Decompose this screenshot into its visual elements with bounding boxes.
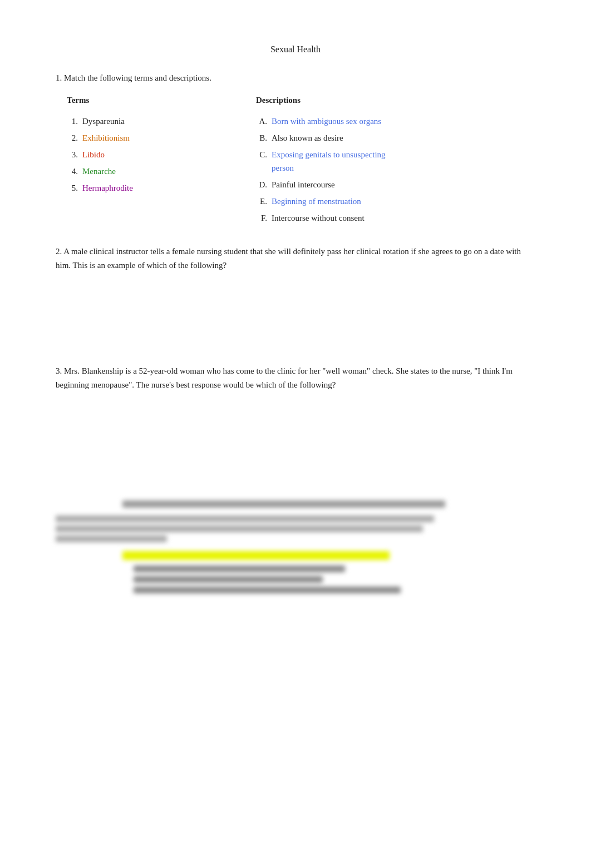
match-container: Terms 1. Dyspareunia 2. Exhibitionism 3.… [56,93,535,228]
descriptions-list: A. Born with ambiguous sex organs B. Als… [256,115,535,225]
list-item: E. Beginning of menstruation [256,195,535,208]
terms-list: 1. Dyspareunia 2. Exhibitionism 3. Libid… [67,115,245,195]
question-3-text: 3. Mrs. Blankenship is a 52-year-old wom… [56,364,535,393]
list-item: 2. Exhibitionism [67,131,245,145]
list-item: 4. Menarche [67,165,245,178]
list-item: D. Painful intercourse [256,178,535,191]
answer-space-3 [56,400,535,484]
terms-header: Terms [67,93,245,107]
term-num: 4. [67,165,78,178]
desc-b: Also known as desire [272,131,343,145]
question-2-text: 2. A male clinical instructor tells a fe… [56,245,535,273]
desc-letter: F. [256,211,267,225]
term-libido: Libido [82,148,105,161]
list-item: 1. Dyspareunia [67,115,245,128]
term-hermaphrodite: Hermaphrodite [82,181,133,195]
list-item: 3. Libido [67,148,245,161]
desc-d: Painful intercourse [272,178,335,191]
list-item: 5. Hermaphrodite [67,181,245,195]
desc-e: Beginning of menstruation [272,195,361,208]
term-exhibitionism: Exhibitionism [82,131,130,145]
desc-f: Intercourse without consent [272,211,365,225]
list-item: A. Born with ambiguous sex organs [256,115,535,128]
term-dyspareunia: Dyspareunia [82,115,125,128]
term-num: 1. [67,115,78,128]
list-item: F. Intercourse without consent [256,211,535,225]
blurred-content [56,500,535,593]
highlighted-answer [122,551,390,560]
descriptions-column: Descriptions A. Born with ambiguous sex … [245,93,535,228]
page-title: Sexual Health [56,44,535,54]
desc-letter: A. [256,115,267,128]
desc-letter: C. [256,148,267,175]
term-num: 5. [67,181,78,195]
desc-letter: D. [256,178,267,191]
term-num: 2. [67,131,78,145]
question-1-text: 1. Match the following terms and descrip… [56,71,535,86]
desc-letter: E. [256,195,267,208]
term-menarche: Menarche [82,165,116,178]
list-item: C. Exposing genitals to unsuspectingpers… [256,148,535,175]
list-item: B. Also known as desire [256,131,535,145]
term-num: 3. [67,148,78,161]
question-2: 2. A male clinical instructor tells a fe… [56,245,535,348]
question-3: 3. Mrs. Blankenship is a 52-year-old wom… [56,364,535,484]
descriptions-header: Descriptions [256,93,535,107]
desc-c: Exposing genitals to unsuspectingperson [272,148,386,175]
desc-a: Born with ambiguous sex organs [272,115,381,128]
terms-column: Terms 1. Dyspareunia 2. Exhibitionism 3.… [56,93,245,228]
question-1: 1. Match the following terms and descrip… [56,71,535,228]
desc-letter: B. [256,131,267,145]
answer-space-2 [56,281,535,348]
